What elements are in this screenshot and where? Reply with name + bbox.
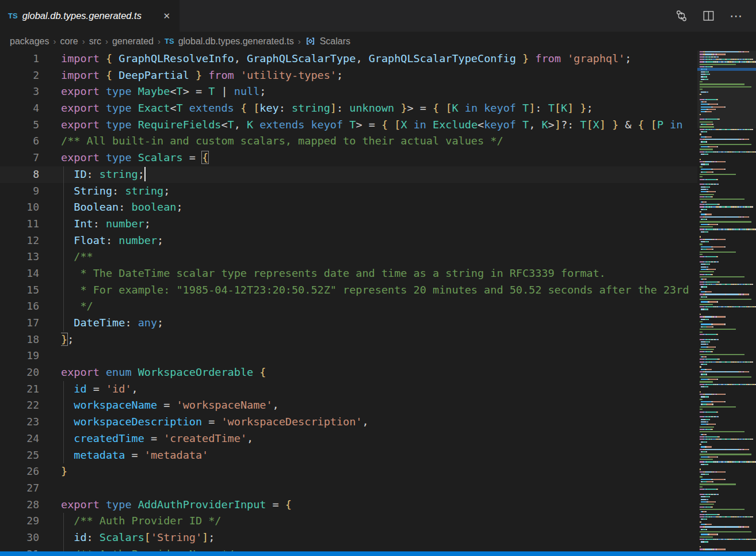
line-number[interactable]: 2 (0, 67, 61, 84)
code-line[interactable]: 1import { GraphQLResolveInfo, GraphQLSca… (0, 51, 697, 67)
line-number[interactable]: 31 (0, 546, 61, 551)
line-number[interactable]: 25 (0, 447, 61, 464)
code-line[interactable]: 2import { DeepPartial } from 'utility-ty… (0, 67, 697, 84)
breadcrumb-item-src[interactable]: src (89, 36, 101, 47)
code-line[interactable]: 12 Float: number; (0, 233, 697, 249)
code-line[interactable]: 19 (0, 348, 697, 364)
token-brk: [ (651, 119, 657, 131)
token-kw2: type (106, 151, 132, 163)
code-line[interactable]: 27 (0, 480, 697, 497)
code-line[interactable]: 21 id = 'id', (0, 381, 697, 398)
code-line[interactable]: 11 Int: number; (0, 216, 697, 233)
token-pun (439, 102, 445, 114)
code-line[interactable]: 26} (0, 463, 697, 480)
token-pun (234, 102, 240, 114)
line-number[interactable]: 28 (0, 497, 61, 513)
indent-guide (63, 315, 64, 332)
line-number[interactable]: 19 (0, 348, 61, 364)
open-changes-icon (675, 10, 688, 22)
code-line[interactable]: 18}; (0, 332, 697, 348)
line-number[interactable]: 4 (0, 100, 61, 117)
token-pun (516, 119, 522, 131)
token-pun (663, 119, 670, 131)
breadcrumb-item-core[interactable]: core (60, 36, 78, 47)
code-line[interactable]: 16 */ (0, 298, 697, 315)
breadcrumb: packages › core › src › generated › TS g… (0, 32, 756, 51)
indent-guide (63, 249, 64, 265)
indent-guide (63, 546, 64, 551)
line-number[interactable]: 10 (0, 199, 61, 216)
line-number[interactable]: 9 (0, 183, 61, 200)
line-number[interactable]: 12 (0, 233, 61, 249)
token-pun (202, 69, 208, 81)
code-text: workspaceName = 'workspaceName', (61, 397, 697, 414)
breadcrumb-item-packages[interactable]: packages (10, 36, 49, 47)
code-line[interactable]: 24 createdTime = 'createdTime', (0, 431, 697, 447)
code-line[interactable]: 14 * The DateTime scalar type represents… (0, 265, 697, 282)
code-line[interactable]: 28export type AddAuthProviderInput = { (0, 497, 697, 513)
editor-actions: ⋯ (675, 0, 756, 32)
code-line[interactable]: 4export type Exact<T extends { [key: str… (0, 100, 697, 117)
token-pun (606, 119, 612, 131)
tab-global-db-types[interactable]: TS global.db.types.generated.ts ✕ (0, 0, 180, 32)
code-line[interactable]: 10 Boolean: boolean; (0, 199, 697, 216)
code-line[interactable]: 5export type RequireFields<T, K extends … (0, 117, 697, 134)
line-number[interactable]: 14 (0, 265, 61, 282)
code-line[interactable]: 31 /** Auth Provider Name */ (0, 546, 697, 551)
line-number[interactable]: 26 (0, 463, 61, 480)
line-number[interactable]: 30 (0, 530, 61, 546)
code-line[interactable]: 13 /** (0, 249, 697, 265)
split-editor-button[interactable] (702, 10, 715, 22)
code-line[interactable]: 25 metadata = 'metadata' (0, 447, 697, 464)
line-number[interactable]: 27 (0, 480, 61, 497)
token-pun (100, 52, 106, 64)
indent-guide (63, 233, 64, 249)
code-line[interactable]: 15 * For example: "1985-04-12T23:20:50.5… (0, 282, 697, 299)
line-number[interactable]: 6 (0, 133, 61, 150)
line-number[interactable]: 21 (0, 381, 61, 398)
token-com: /** (61, 250, 93, 262)
code-line[interactable]: 17 DateTime: any; (0, 315, 697, 332)
line-number[interactable]: 29 (0, 513, 61, 530)
code-line[interactable]: 3export type Maybe<T> = T | null; (0, 83, 697, 100)
breadcrumb-item-generated[interactable]: generated (112, 36, 154, 47)
more-actions-button[interactable]: ⋯ (730, 13, 743, 19)
line-number[interactable]: 20 (0, 364, 61, 381)
minimap[interactable] (697, 51, 756, 551)
line-number[interactable]: 24 (0, 431, 61, 447)
line-number[interactable]: 23 (0, 414, 61, 431)
code-line[interactable]: 8 ID: string; (0, 166, 697, 183)
code-line[interactable]: 30 id: Scalars['String']; (0, 530, 697, 546)
code-line[interactable]: 6/** All built-in and custom scalars, ma… (0, 133, 697, 150)
line-number[interactable]: 5 (0, 117, 61, 134)
token-brk: { (240, 102, 247, 114)
line-number[interactable]: 3 (0, 83, 61, 100)
token-brk: [ (586, 119, 593, 131)
token-typ: K (541, 119, 548, 131)
line-number[interactable]: 16 (0, 298, 61, 315)
breadcrumb-item-filename[interactable]: global.db.types.generated.ts (178, 36, 294, 47)
line-number[interactable]: 11 (0, 216, 61, 233)
line-number[interactable]: 7 (0, 150, 61, 166)
code-editor[interactable]: 1import { GraphQLResolveInfo, GraphQLSca… (0, 51, 697, 551)
line-number[interactable]: 13 (0, 249, 61, 265)
line-number[interactable]: 8 (0, 166, 61, 183)
line-number[interactable]: 18 (0, 332, 61, 348)
code-line[interactable]: 9 String: string; (0, 183, 697, 200)
open-changes-button[interactable] (675, 10, 688, 22)
token-str: 'utility-types' (240, 69, 337, 81)
close-icon[interactable]: ✕ (161, 10, 173, 22)
line-number[interactable]: 22 (0, 397, 61, 414)
code-line[interactable]: 7export type Scalars = { (0, 150, 697, 166)
code-line[interactable]: 29 /** Auth Provider ID */ (0, 513, 697, 530)
line-number[interactable]: 1 (0, 51, 61, 67)
code-line[interactable]: 20export enum WorkspaceOrderable { (0, 364, 697, 381)
token-typ: T (522, 119, 529, 131)
indent-guide (63, 431, 64, 447)
breadcrumb-item-symbol-scalars[interactable]: Scalars (320, 36, 350, 47)
code-line[interactable]: 23 workspaceDescription = 'workspaceDesc… (0, 414, 697, 431)
token-var: Float (74, 234, 106, 246)
code-line[interactable]: 22 workspaceName = 'workspaceName', (0, 397, 697, 414)
line-number[interactable]: 17 (0, 315, 61, 332)
line-number[interactable]: 15 (0, 282, 61, 299)
